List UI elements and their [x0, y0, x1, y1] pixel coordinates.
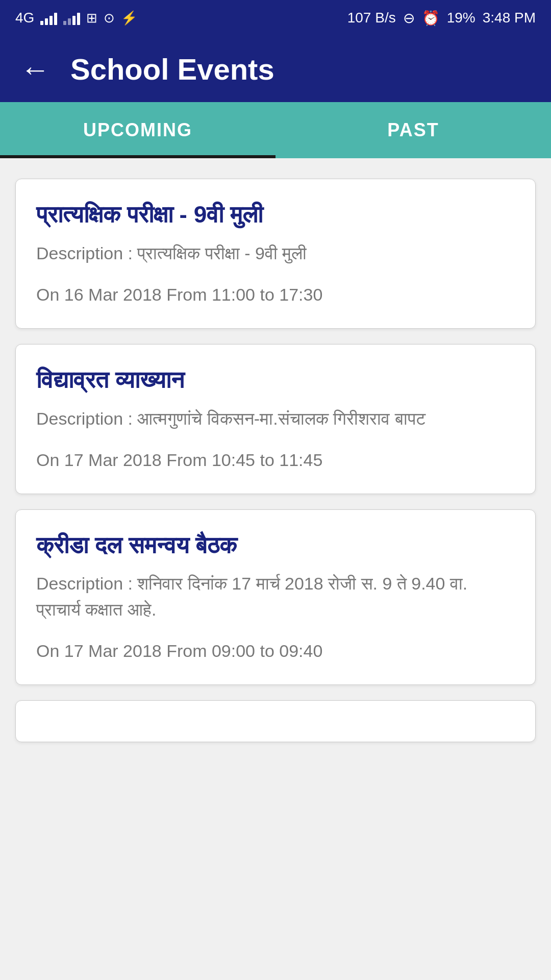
- event-desc-label-1: Description :: [36, 243, 133, 263]
- network-speed: 107 B/s: [347, 10, 396, 26]
- image-icon: ⊞: [86, 10, 97, 26]
- event-card-4[interactable]: [15, 700, 536, 742]
- tab-bar: UPCOMING PAST: [0, 102, 551, 158]
- event-desc-label-3: Description :: [36, 574, 133, 593]
- event-time-2: On 17 Mar 2018 From 10:45 to 11:45: [36, 447, 515, 473]
- event-desc-label-2: Description :: [36, 409, 133, 428]
- event-desc-text-1: प्रात्यक्षिक परीक्षा - 9वी मुली: [137, 243, 307, 263]
- status-bar-right: 107 B/s ⊖ ⏰ 19% 3:48 PM: [347, 10, 536, 27]
- tab-past[interactable]: PAST: [276, 102, 551, 158]
- network-type: 4G: [15, 10, 34, 26]
- event-card-2[interactable]: विद्याव्रत व्याख्यान Description : आत्मग…: [15, 344, 536, 494]
- event-title-1: प्रात्यक्षिक परीक्षा - 9वी मुली: [36, 200, 515, 230]
- events-list: प्रात्यक्षिक परीक्षा - 9वी मुली Descript…: [0, 158, 551, 763]
- battery-level: 19%: [447, 10, 475, 26]
- back-button[interactable]: ←: [20, 52, 50, 86]
- time-display: 3:48 PM: [483, 10, 536, 26]
- status-bar-left: 4G ⊞ ⊙ ⚡: [15, 10, 137, 26]
- status-bar: 4G ⊞ ⊙ ⚡ 107 B/s ⊖ ⏰ 19% 3:48 PM: [0, 0, 551, 36]
- message-icon: ⊙: [104, 10, 115, 26]
- page-title: School Events: [70, 52, 274, 86]
- usb-icon: ⚡: [121, 10, 137, 26]
- event-description-1: Description : प्रात्यक्षिक परीक्षा - 9वी…: [36, 240, 515, 266]
- tab-upcoming[interactable]: UPCOMING: [0, 102, 276, 158]
- event-time-1: On 16 Mar 2018 From 11:00 to 17:30: [36, 282, 515, 308]
- event-desc-text-2: आत्मगुणांचे विकसन-मा.संचालक गिरीशराव बाप…: [137, 409, 425, 428]
- tab-upcoming-label: UPCOMING: [83, 119, 192, 141]
- signal-icon-1: [40, 11, 57, 25]
- event-time-3: On 17 Mar 2018 From 09:00 to 09:40: [36, 638, 515, 664]
- event-title-2: विद्याव्रत व्याख्यान: [36, 365, 515, 396]
- event-title-3: क्रीडा दल समन्वय बैठक: [36, 530, 515, 561]
- event-description-2: Description : आत्मगुणांचे विकसन-मा.संचाल…: [36, 406, 515, 432]
- signal-icon-2: [63, 11, 80, 25]
- alarm-icon: ⏰: [422, 10, 440, 27]
- tab-past-label: PAST: [387, 119, 439, 141]
- dnd-icon: ⊖: [403, 10, 415, 27]
- event-card-3[interactable]: क्रीडा दल समन्वय बैठक Description : शनिव…: [15, 509, 536, 685]
- event-card-1[interactable]: प्रात्यक्षिक परीक्षा - 9वी मुली Descript…: [15, 179, 536, 329]
- app-header: ← School Events: [0, 36, 551, 102]
- event-description-3: Description : शनिवार दिनांक 17 मार्च 201…: [36, 571, 515, 623]
